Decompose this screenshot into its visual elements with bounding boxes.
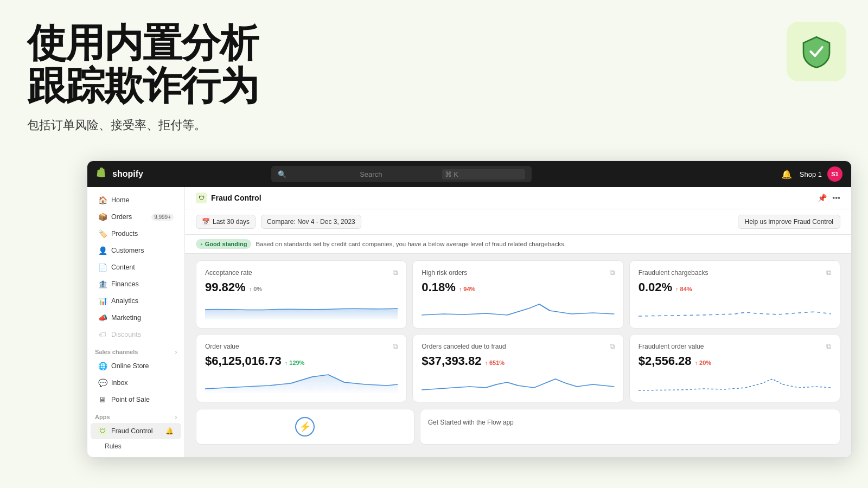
sidebar-item-home[interactable]: 🏠 Home xyxy=(91,192,181,208)
more-options-icon[interactable]: ••• xyxy=(832,194,840,202)
filters-row: 📅 Last 30 days Compare: Nov 4 - Dec 3, 2… xyxy=(185,209,851,235)
bottom-card-right: Get Started with the Flow app xyxy=(420,409,840,445)
topbar: shopify 🔍 Search ⌘ K 🔔 Shop 1 S1 xyxy=(87,161,851,187)
sidebar-item-online-store[interactable]: 🌐 Online Store xyxy=(91,358,181,374)
chargebacks-label: Fraudulent chargebacks xyxy=(639,269,709,277)
high-risk-label: High risk orders xyxy=(422,269,467,277)
content-header: 🛡 Fraud Control 📌 ••• xyxy=(185,187,851,209)
metric-card-fraud-value: Fraudulent order value ⧉ $2,556.28 ↑ 20% xyxy=(629,334,840,402)
pos-icon: 🖥 xyxy=(98,395,107,404)
notifications-bell-icon[interactable]: 🔔 xyxy=(779,166,794,182)
sidebar-item-pos-label: Point of Sale xyxy=(111,396,150,403)
page-title: Fraud Control xyxy=(211,194,261,202)
topbar-right: 🔔 Shop 1 S1 xyxy=(779,166,843,182)
sidebar-item-marketing-label: Marketing xyxy=(111,314,141,322)
sidebar-item-inbox[interactable]: 💬 Inbox xyxy=(91,375,181,391)
sidebar-item-products[interactable]: 🏷️ Products xyxy=(91,226,181,242)
metric-card-order-value: Order value ⧉ $6,125,016.73 ↑ 129% xyxy=(196,334,407,402)
sidebar-item-marketing[interactable]: 📣 Marketing xyxy=(91,310,181,326)
fraud-control-icon: 🛡 xyxy=(98,427,107,435)
sidebar-item-finances[interactable]: 🏦 Finances xyxy=(91,276,181,292)
hero-title: 使用内置分析 跟踪欺诈行为 xyxy=(27,22,841,107)
sidebar-item-inbox-label: Inbox xyxy=(111,379,128,387)
canceled-change: ↑ 651% xyxy=(484,359,505,366)
main-layout: 🏠 Home 📦 Orders 9,999+ 🏷️ Products 👤 Cus… xyxy=(87,187,851,457)
products-icon: 🏷️ xyxy=(98,229,107,238)
content-header-right: 📌 ••• xyxy=(818,194,840,202)
sidebar-item-discounts[interactable]: 🏷 Discounts xyxy=(91,326,181,343)
fraud-value-copy-icon[interactable]: ⧉ xyxy=(826,342,831,351)
metric-card-high-risk: High risk orders ⧉ 0.18% ↑ 94% xyxy=(412,260,623,329)
status-badge-text: Good standing xyxy=(205,241,247,247)
high-risk-copy-icon[interactable]: ⧉ xyxy=(610,268,615,277)
acceptance-rate-chart xyxy=(205,299,398,320)
acceptance-rate-label: Acceptance rate xyxy=(205,269,252,277)
content-header-left: 🛡 Fraud Control xyxy=(196,192,261,203)
order-value-label: Order value xyxy=(205,343,239,350)
sidebar: 🏠 Home 📦 Orders 9,999+ 🏷️ Products 👤 Cus… xyxy=(87,187,185,457)
fraud-bell-icon[interactable]: 🔔 xyxy=(165,427,174,435)
sidebar-item-home-label: Home xyxy=(111,196,129,204)
apps-section: Apps › xyxy=(87,408,184,422)
sidebar-item-customers[interactable]: 👤 Customers xyxy=(91,242,181,259)
hero-section: 使用内置分析 跟踪欺诈行为 包括订单风险、接受率、拒付等。 xyxy=(0,0,868,160)
sidebar-item-customers-label: Customers xyxy=(111,247,144,254)
canceled-copy-icon[interactable]: ⧉ xyxy=(610,342,615,351)
acceptance-rate-value: 99.82% xyxy=(205,280,246,294)
fraud-header-icon: 🛡 xyxy=(196,192,207,203)
orders-icon: 📦 xyxy=(98,213,107,221)
home-icon: 🏠 xyxy=(98,196,107,204)
analytics-icon: 📊 xyxy=(98,297,107,305)
logo-text: shopify xyxy=(112,169,143,179)
sidebar-item-content-label: Content xyxy=(111,264,135,271)
sidebar-item-discounts-label: Discounts xyxy=(111,331,141,338)
orders-badge: 9,999+ xyxy=(151,214,174,221)
status-bar: Good standing Based on standards set by … xyxy=(185,235,851,254)
metric-card-acceptance-rate: Acceptance rate ⧉ 99.82% ↑ 0% xyxy=(196,260,407,329)
good-standing-badge: Good standing xyxy=(196,239,251,249)
sidebar-item-analytics-label: Analytics xyxy=(111,297,138,305)
fraud-value-chart xyxy=(639,373,831,394)
chargebacks-copy-icon[interactable]: ⧉ xyxy=(826,268,831,277)
metric-card-chargebacks: Fraudulent chargebacks ⧉ 0.02% ↑ 84% xyxy=(629,260,840,329)
apps-arrow[interactable]: › xyxy=(175,414,177,420)
order-value-chart xyxy=(205,373,398,394)
compare-filter[interactable]: Compare: Nov 4 - Dec 3, 2023 xyxy=(261,215,361,229)
order-value-copy-icon[interactable]: ⧉ xyxy=(393,342,398,351)
shopify-window: shopify 🔍 Search ⌘ K 🔔 Shop 1 S1 🏠 Home … xyxy=(87,160,852,458)
sales-channels-arrow[interactable]: › xyxy=(175,349,177,355)
compare-label: Compare: Nov 4 - Dec 3, 2023 xyxy=(267,218,355,226)
sidebar-item-fraud-control[interactable]: 🛡 Fraud Control 🔔 xyxy=(91,423,181,439)
sidebar-item-pos[interactable]: 🖥 Point of Sale xyxy=(91,391,181,408)
bottom-card-icon: ⚡ xyxy=(295,417,315,436)
sidebar-item-online-store-label: Online Store xyxy=(111,362,149,370)
search-placeholder-text: Search xyxy=(360,170,437,178)
order-value-value: $6,125,016.73 xyxy=(205,354,282,368)
shop-name: Shop 1 xyxy=(800,170,822,178)
high-risk-change: ↑ 94% xyxy=(459,286,476,292)
customers-icon: 👤 xyxy=(98,246,107,255)
flow-app-label: Get Started with the Flow app xyxy=(428,419,514,426)
fraud-value-change: ↑ 20% xyxy=(695,359,712,366)
content-icon: 📄 xyxy=(98,263,107,272)
fraud-value-label: Fraudulent order value xyxy=(639,343,704,350)
chargebacks-value: 0.02% xyxy=(639,280,672,294)
sidebar-item-content[interactable]: 📄 Content xyxy=(91,259,181,275)
sidebar-item-orders[interactable]: 📦 Orders 9,999+ xyxy=(91,209,181,225)
avatar[interactable]: S1 xyxy=(827,166,843,182)
finances-icon: 🏦 xyxy=(98,280,107,288)
search-bar[interactable]: 🔍 Search ⌘ K xyxy=(271,166,532,182)
rules-label: Rules xyxy=(105,442,122,450)
sidebar-subitem-rules[interactable]: Rules xyxy=(87,440,184,453)
order-value-change: ↑ 129% xyxy=(285,359,305,366)
sidebar-item-orders-label: Orders xyxy=(111,213,132,221)
help-button[interactable]: Help us improve Fraud Control xyxy=(738,215,840,229)
acceptance-rate-copy-icon[interactable]: ⧉ xyxy=(393,268,398,277)
sales-channels-section: Sales channels › xyxy=(87,343,184,357)
sidebar-item-fraud-control-label: Fraud Control xyxy=(111,427,152,435)
status-description: Based on standards set by credit card co… xyxy=(256,241,566,247)
date-range-filter[interactable]: 📅 Last 30 days xyxy=(196,215,256,229)
pin-icon[interactable]: 📌 xyxy=(818,194,827,202)
sidebar-item-analytics[interactable]: 📊 Analytics xyxy=(91,293,181,309)
hero-shield-icon xyxy=(787,22,846,81)
